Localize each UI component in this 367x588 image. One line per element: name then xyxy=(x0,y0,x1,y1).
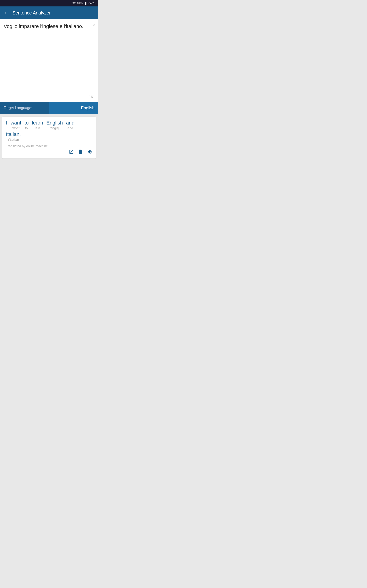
document-icon[interactable] xyxy=(78,149,83,156)
word-main: Italian. xyxy=(6,131,21,137)
language-value[interactable]: English xyxy=(49,102,98,114)
app-title: Sentence Analyzer xyxy=(12,10,51,16)
word-main: want xyxy=(10,120,21,126)
app-bar: ← Sentence Analyzer xyxy=(0,6,98,19)
translation-credit: Translated by online machine xyxy=(6,144,92,148)
word-phonetic: ˈɪŋglɪʃ xyxy=(50,126,59,130)
wifi-icon xyxy=(72,1,76,5)
input-sentence[interactable]: Voglio imparare l'inglese e l'italiano. xyxy=(4,23,89,30)
word-phonetic: wɒnt xyxy=(12,126,19,130)
clock: 04:28 xyxy=(89,2,95,5)
speaker-icon[interactable] xyxy=(87,149,92,156)
translation-card: IwantwɒnttotəlearnlɜːnEnglishˈɪŋglɪʃandə… xyxy=(2,117,96,158)
word-group[interactable]: totə xyxy=(25,120,29,130)
word-group[interactable]: Englishˈɪŋglɪʃ xyxy=(46,120,63,130)
word-group[interactable]: I xyxy=(6,120,7,130)
word-phonetic: ənd xyxy=(67,126,73,130)
word-main: to xyxy=(25,120,29,126)
open-external-icon[interactable] xyxy=(69,149,74,156)
input-area: Voglio imparare l'inglese e l'italiano. … xyxy=(0,19,98,102)
status-bar: 81% 04:28 xyxy=(0,0,98,6)
word-group[interactable]: andənd xyxy=(66,120,75,130)
word-group[interactable]: learnlɜːn xyxy=(32,120,43,130)
char-count: 161 xyxy=(89,95,95,99)
language-bar: Target Language: English xyxy=(0,102,98,114)
word-main: I xyxy=(6,120,7,126)
word-phonetic: lɜːn xyxy=(35,126,40,130)
word-group[interactable]: Italian.ɪˈtæliən xyxy=(6,131,21,141)
word-phonetic: ɪˈtæliən xyxy=(8,138,19,141)
clear-button[interactable]: × xyxy=(92,23,95,28)
word-main: learn xyxy=(32,120,43,126)
word-main: English xyxy=(46,120,63,126)
status-icons: 81% 04:28 xyxy=(72,1,95,5)
battery-level: 81% xyxy=(77,2,83,5)
word-main: and xyxy=(66,120,75,126)
action-icons xyxy=(6,149,92,156)
language-label: Target Language: xyxy=(0,106,49,110)
word-group[interactable]: wantwɒnt xyxy=(10,120,21,130)
back-button[interactable]: ← xyxy=(4,10,9,16)
word-phonetic: tə xyxy=(25,126,28,130)
translation-sentence: IwantwɒnttotəlearnlɜːnEnglishˈɪŋglɪʃandə… xyxy=(6,120,92,142)
battery-icon xyxy=(84,1,87,5)
